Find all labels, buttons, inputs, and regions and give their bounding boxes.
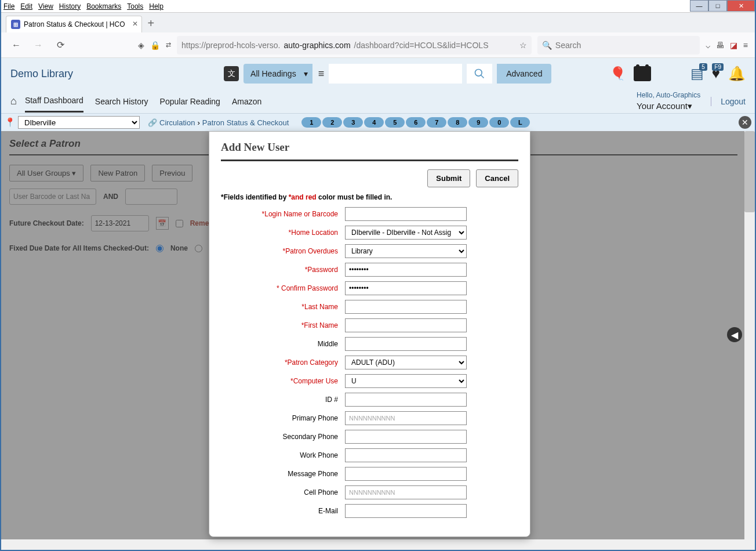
menu-history[interactable]: History bbox=[59, 2, 81, 10]
menu-view[interactable]: View bbox=[38, 2, 53, 10]
pocket-icon[interactable]: ⌵ bbox=[706, 41, 710, 50]
input-cphone[interactable] bbox=[345, 485, 467, 499]
pill-0[interactable]: 0 bbox=[489, 117, 509, 128]
catalog-search-input[interactable] bbox=[329, 64, 462, 84]
modal-title: Add New User bbox=[221, 141, 518, 154]
input-first[interactable] bbox=[345, 318, 467, 332]
select-overdues[interactable]: Library bbox=[345, 244, 467, 258]
collapse-panel-icon[interactable]: ◀ bbox=[727, 327, 742, 342]
os-menu-bar: File Edit View History Bookmarks Tools H… bbox=[1, 0, 755, 13]
input-password[interactable] bbox=[345, 263, 467, 277]
browser-search-box[interactable]: 🔍 Search bbox=[537, 36, 700, 55]
database-icon[interactable]: ≡ bbox=[318, 68, 325, 80]
bookmark-star-icon[interactable]: ☆ bbox=[519, 41, 527, 50]
pill-9[interactable]: 9 bbox=[468, 117, 488, 128]
pill-4[interactable]: 4 bbox=[364, 117, 384, 128]
label-middle: Middle bbox=[221, 340, 345, 348]
pill-2[interactable]: 2 bbox=[322, 117, 342, 128]
nav-popular-reading[interactable]: Popular Reading bbox=[160, 91, 220, 112]
input-login[interactable] bbox=[345, 207, 467, 221]
pill-5[interactable]: 5 bbox=[385, 117, 405, 128]
location-select[interactable]: DIberville bbox=[18, 116, 140, 129]
catalog-search-button[interactable] bbox=[467, 64, 492, 84]
lock-icon[interactable]: 🔒 bbox=[150, 41, 160, 50]
label-category: *Patron Category bbox=[221, 358, 345, 367]
home-icon[interactable]: ⌂ bbox=[10, 95, 17, 107]
select-category[interactable]: ADULT (ADU) bbox=[345, 356, 467, 369]
crumb-circulation[interactable]: Circulation bbox=[159, 118, 195, 127]
headings-dropdown[interactable]: All Headings bbox=[243, 64, 312, 84]
menu-bookmarks[interactable]: Bookmarks bbox=[86, 2, 121, 10]
print-icon[interactable]: 🖶 bbox=[716, 41, 724, 50]
window-maximize[interactable]: □ bbox=[708, 0, 727, 12]
vertical-scrollbar[interactable] bbox=[744, 131, 755, 539]
window-close[interactable]: ✕ bbox=[727, 0, 755, 12]
close-breadcrumb[interactable]: ✕ bbox=[739, 116, 751, 129]
menu-file[interactable]: File bbox=[3, 2, 14, 10]
logout-link[interactable]: Logout bbox=[711, 97, 746, 106]
label-pphone: Primary Phone bbox=[221, 414, 345, 422]
advanced-search-button[interactable]: Advanced bbox=[497, 64, 551, 84]
pin-icon: 📍 bbox=[5, 117, 16, 128]
pill-7[interactable]: 7 bbox=[427, 117, 446, 128]
list-icon[interactable]: ▤5 bbox=[690, 66, 704, 82]
browser-tab-strip: ⊞ Patron Status & Checkout | HCO ✕ + bbox=[1, 13, 755, 32]
input-id[interactable] bbox=[345, 393, 467, 407]
input-mphone[interactable] bbox=[345, 467, 467, 481]
cancel-button[interactable]: Cancel bbox=[476, 169, 518, 187]
input-wphone[interactable] bbox=[345, 448, 467, 462]
pill-L[interactable]: L bbox=[510, 117, 530, 128]
label-sphone: Secondary Phone bbox=[221, 433, 345, 441]
film-icon[interactable] bbox=[634, 66, 651, 81]
bell-icon[interactable]: 🔔 bbox=[728, 66, 746, 82]
heart-icon[interactable]: ♥F9 bbox=[712, 66, 720, 82]
input-confirm[interactable] bbox=[345, 281, 467, 295]
shield-icon[interactable]: ◈ bbox=[138, 41, 144, 50]
svg-line-1 bbox=[481, 75, 484, 78]
translate-icon[interactable]: 文 bbox=[224, 66, 239, 81]
submit-button[interactable]: Submit bbox=[427, 169, 470, 187]
menu-tools[interactable]: Tools bbox=[127, 2, 143, 10]
forward-button[interactable]: → bbox=[30, 37, 46, 53]
label-last: *Last Name bbox=[221, 303, 345, 311]
pill-1[interactable]: 1 bbox=[301, 117, 321, 128]
balloons-icon[interactable]: 🎈 bbox=[610, 66, 626, 81]
list-badge: 5 bbox=[699, 63, 707, 71]
back-button[interactable]: ← bbox=[8, 37, 24, 53]
crumb-patron-status[interactable]: Patron Status & Checkout bbox=[202, 118, 289, 127]
reload-button[interactable]: ⟳ bbox=[52, 37, 68, 53]
label-password: *Password bbox=[221, 266, 345, 274]
label-wphone: Work Phone bbox=[221, 451, 345, 459]
app-menu-icon[interactable]: ≡ bbox=[743, 41, 748, 50]
select-computer[interactable]: U bbox=[345, 374, 467, 388]
hello-text: Hello, Auto-Graphics bbox=[637, 91, 700, 100]
pill-3[interactable]: 3 bbox=[343, 117, 363, 128]
pill-6[interactable]: 6 bbox=[406, 117, 426, 128]
select-home[interactable]: DIberville - DIberville - Not Assig bbox=[345, 226, 467, 240]
new-tab-button[interactable]: + bbox=[148, 17, 155, 32]
extension-icon[interactable]: ◪ bbox=[730, 41, 737, 50]
nav-staff-dashboard[interactable]: Staff Dashboard bbox=[25, 90, 83, 113]
number-pills: 1 2 3 4 5 6 7 8 9 0 L bbox=[301, 117, 530, 128]
label-overdues: *Patron Overdues bbox=[221, 247, 345, 255]
menu-edit[interactable]: Edit bbox=[20, 2, 32, 10]
tab-close-icon[interactable]: ✕ bbox=[132, 20, 138, 28]
menu-help[interactable]: Help bbox=[149, 2, 163, 10]
input-pphone[interactable] bbox=[345, 411, 467, 425]
nav-search-history[interactable]: Search History bbox=[95, 91, 148, 112]
nav-amazon[interactable]: Amazon bbox=[232, 91, 261, 112]
input-last[interactable] bbox=[345, 300, 467, 314]
browser-tab[interactable]: ⊞ Patron Status & Checkout | HCO ✕ bbox=[6, 16, 142, 32]
link-icon: 🔗 bbox=[148, 118, 157, 127]
input-email[interactable] bbox=[345, 504, 467, 518]
window-minimize[interactable]: — bbox=[690, 0, 708, 12]
input-middle[interactable] bbox=[345, 337, 467, 351]
url-bar[interactable]: https://preprod-hcols-verso.auto-graphic… bbox=[177, 36, 532, 55]
content-area: Select a Patron All User Groups ▾ New Pa… bbox=[1, 131, 755, 539]
url-domain: auto-graphics.com bbox=[284, 41, 350, 50]
input-sphone[interactable] bbox=[345, 430, 467, 444]
label-cphone: Cell Phone bbox=[221, 488, 345, 496]
pill-8[interactable]: 8 bbox=[448, 117, 467, 128]
account-block[interactable]: Hello, Auto-Graphics Your Account▾ bbox=[637, 91, 700, 111]
permissions-icon[interactable]: ⇄ bbox=[166, 41, 171, 49]
